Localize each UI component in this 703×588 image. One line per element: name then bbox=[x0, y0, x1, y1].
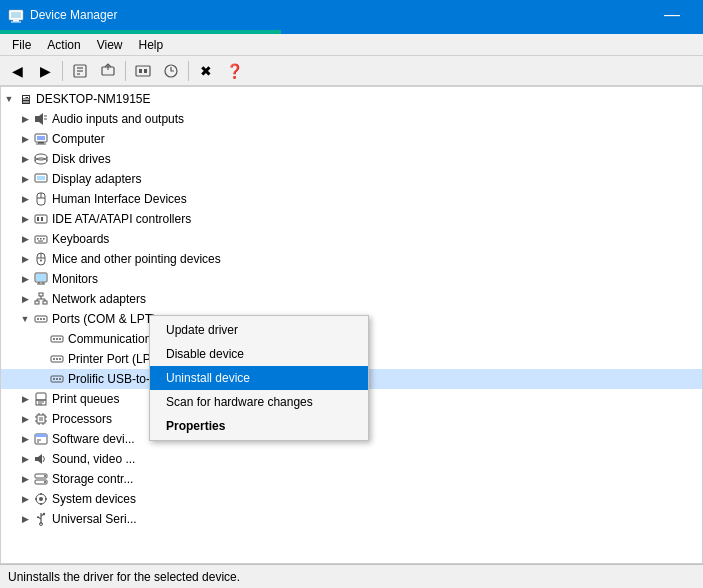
expander[interactable]: ▶ bbox=[17, 249, 33, 269]
expander[interactable]: ▶ bbox=[17, 429, 33, 449]
context-scan-hardware[interactable]: Scan for hardware changes bbox=[150, 390, 368, 414]
svg-rect-1 bbox=[11, 12, 21, 18]
context-uninstall-device[interactable]: Uninstall device bbox=[150, 366, 368, 390]
mice-label: Mice and other pointing devices bbox=[52, 252, 221, 266]
list-item[interactable]: ▶ Mice and other pointing devices bbox=[1, 249, 702, 269]
toolbar-separator-3 bbox=[188, 61, 189, 81]
svg-rect-33 bbox=[41, 217, 43, 221]
svg-rect-10 bbox=[136, 66, 150, 76]
expander[interactable]: ▶ bbox=[17, 209, 33, 229]
svg-rect-38 bbox=[38, 241, 43, 242]
computer-node-icon bbox=[33, 131, 49, 147]
expander[interactable]: ▶ bbox=[17, 169, 33, 189]
list-item[interactable]: ▶ Human Interface Devices bbox=[1, 189, 702, 209]
list-item[interactable]: ▶ Network adapters bbox=[1, 289, 702, 309]
menu-file[interactable]: File bbox=[4, 36, 39, 54]
list-item[interactable]: ▶ Sound, video ... bbox=[1, 449, 702, 469]
sound-icon bbox=[33, 451, 49, 467]
list-item[interactable]: ▶ Display adapters bbox=[1, 169, 702, 189]
computer-icon: 🖥 bbox=[17, 91, 33, 107]
root-expander[interactable]: ▼ bbox=[1, 89, 17, 109]
tree-root[interactable]: ▼ 🖥 DESKTOP-NM1915E bbox=[1, 89, 702, 109]
list-item[interactable]: ▶ IDE ATA/ATAPI controllers bbox=[1, 209, 702, 229]
print-icon bbox=[33, 391, 49, 407]
expander[interactable]: ▶ bbox=[17, 229, 33, 249]
svg-point-56 bbox=[37, 318, 39, 320]
disable-button[interactable]: ✖ bbox=[193, 59, 219, 83]
svg-rect-21 bbox=[36, 144, 46, 145]
svg-point-62 bbox=[59, 338, 61, 340]
expander[interactable]: ▶ bbox=[17, 409, 33, 429]
list-item[interactable]: ▶ System devices bbox=[1, 489, 702, 509]
svg-point-42 bbox=[40, 260, 42, 262]
ide-label: IDE ATA/ATAPI controllers bbox=[52, 212, 191, 226]
expander[interactable]: ▶ bbox=[17, 389, 33, 409]
svg-point-96 bbox=[39, 497, 43, 501]
minimize-button[interactable]: — bbox=[649, 0, 695, 30]
svg-point-57 bbox=[40, 318, 42, 320]
title-bar: Device Manager — bbox=[0, 0, 703, 30]
expander[interactable]: ▶ bbox=[17, 109, 33, 129]
storage-label: Storage contr... bbox=[52, 472, 133, 486]
disk-label: Disk drives bbox=[52, 152, 111, 166]
svg-point-70 bbox=[59, 378, 61, 380]
main-content: ▼ 🖥 DESKTOP-NM1915E ▶ Audio inputs and o… bbox=[0, 86, 703, 564]
properties-button[interactable] bbox=[67, 59, 93, 83]
context-disable-device[interactable]: Disable device bbox=[150, 342, 368, 366]
sound-label: Sound, video ... bbox=[52, 452, 135, 466]
ports-icon bbox=[33, 311, 49, 327]
context-properties[interactable]: Properties bbox=[150, 414, 368, 438]
audio-icon bbox=[33, 111, 49, 127]
svg-rect-48 bbox=[39, 293, 43, 296]
hid-icon bbox=[33, 191, 49, 207]
display-label: Display adapters bbox=[52, 172, 141, 186]
expander[interactable]: ▶ bbox=[17, 149, 33, 169]
update-driver-button[interactable] bbox=[95, 59, 121, 83]
context-update-driver[interactable]: Update driver bbox=[150, 318, 368, 342]
menu-help[interactable]: Help bbox=[131, 36, 172, 54]
status-text: Uninstalls the driver for the selected d… bbox=[8, 570, 240, 584]
system-label: System devices bbox=[52, 492, 136, 506]
svg-point-65 bbox=[56, 358, 58, 360]
svg-marker-15 bbox=[39, 113, 43, 125]
list-item[interactable]: ▶ Universal Seri... bbox=[1, 509, 702, 529]
list-item[interactable]: ▶ Keyboards bbox=[1, 229, 702, 249]
lpt1-icon bbox=[49, 351, 65, 367]
svg-rect-105 bbox=[37, 517, 39, 519]
expander[interactable]: ▶ bbox=[17, 289, 33, 309]
expander[interactable]: ▶ bbox=[17, 269, 33, 289]
ports-expander[interactable]: ▼ bbox=[17, 309, 33, 329]
com1-icon bbox=[49, 331, 65, 347]
expander[interactable]: ▶ bbox=[17, 469, 33, 489]
list-item[interactable]: ▶ Storage contr... bbox=[1, 469, 702, 489]
list-item[interactable]: ▶ Computer bbox=[1, 129, 702, 149]
back-button[interactable]: ◀ bbox=[4, 59, 30, 83]
svg-rect-86 bbox=[35, 434, 47, 437]
svg-point-60 bbox=[53, 338, 55, 340]
list-item[interactable]: ▶ Audio inputs and outputs bbox=[1, 109, 702, 129]
hid-label: Human Interface Devices bbox=[52, 192, 187, 206]
expander[interactable]: ▶ bbox=[17, 189, 33, 209]
list-item[interactable]: ▶ Disk drives bbox=[1, 149, 702, 169]
menu-view[interactable]: View bbox=[89, 36, 131, 54]
svg-rect-27 bbox=[37, 176, 45, 180]
window-title: Device Manager bbox=[30, 8, 117, 22]
window-controls[interactable]: — bbox=[649, 0, 695, 30]
expander[interactable]: ▶ bbox=[17, 129, 33, 149]
expander[interactable]: ▶ bbox=[17, 489, 33, 509]
svg-point-68 bbox=[53, 378, 55, 380]
svg-rect-50 bbox=[43, 301, 47, 304]
show-hidden-button[interactable] bbox=[130, 59, 156, 83]
svg-rect-19 bbox=[37, 136, 45, 140]
help-button[interactable]: ❓ bbox=[221, 59, 247, 83]
svg-rect-89 bbox=[35, 457, 38, 461]
forward-button[interactable]: ▶ bbox=[32, 59, 58, 83]
scan-hardware-button[interactable] bbox=[158, 59, 184, 83]
menu-action[interactable]: Action bbox=[39, 36, 88, 54]
context-menu: Update driver Disable device Uninstall d… bbox=[149, 315, 369, 441]
svg-rect-36 bbox=[40, 238, 42, 240]
expander[interactable]: ▶ bbox=[17, 449, 33, 469]
svg-rect-20 bbox=[38, 142, 44, 144]
expander[interactable]: ▶ bbox=[17, 509, 33, 529]
list-item[interactable]: ▶ Monitors bbox=[1, 269, 702, 289]
